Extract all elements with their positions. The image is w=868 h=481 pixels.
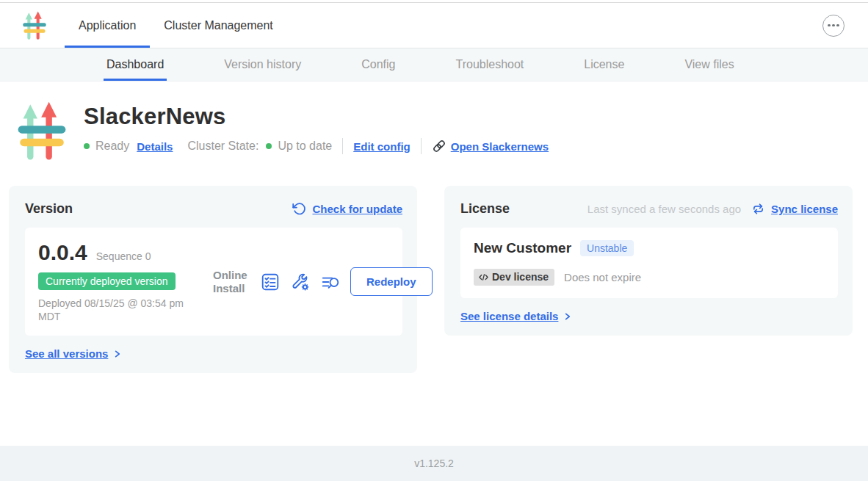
tab-application[interactable]: Application <box>65 3 150 48</box>
page-title: SlackerNews <box>84 104 549 130</box>
subnav-dashboard[interactable]: Dashboard <box>104 48 167 81</box>
subnav-config[interactable]: Config <box>358 48 398 81</box>
ready-status-label: Ready <box>95 140 129 153</box>
app-header-bar: Application Cluster Management <box>0 3 868 48</box>
cluster-state-label: Cluster State: <box>187 140 258 153</box>
edit-config-link[interactable]: Edit config <box>353 140 411 153</box>
config-icon-button[interactable] <box>290 272 310 292</box>
slackernews-app-logo <box>16 101 68 162</box>
last-synced-label: Last synced a few seconds ago <box>587 203 741 215</box>
install-type-label: Online Install <box>213 269 250 295</box>
console-version-label: v1.125.2 <box>414 458 454 469</box>
version-card: Version Check for update 0.0.4 Sequence … <box>9 186 417 373</box>
open-app-link[interactable]: Open Slackernews <box>432 139 549 153</box>
sync-arrows-icon <box>751 202 765 216</box>
console-footer: v1.125.2 <box>0 446 868 481</box>
tab-cluster-management[interactable]: Cluster Management <box>150 3 287 48</box>
version-card-title: Version <box>25 201 73 217</box>
redeploy-button[interactable]: Redeploy <box>350 267 433 296</box>
overflow-menu-button[interactable] <box>822 15 845 37</box>
deployed-status-badge: Currently deployed version <box>38 272 176 290</box>
preflight-checklist-icon <box>261 272 280 292</box>
divider <box>421 138 422 154</box>
chevron-right-icon <box>563 312 571 321</box>
cluster-state-dot <box>266 143 272 149</box>
expiry-label: Does not expire <box>564 271 641 283</box>
see-license-details-link[interactable]: See license details <box>460 310 838 322</box>
sequence-label: Sequence 0 <box>96 250 151 262</box>
ready-status-dot <box>84 143 90 149</box>
sync-license-link[interactable]: Sync license <box>751 202 838 216</box>
refresh-ccw-icon <box>292 202 306 216</box>
channel-badge: Unstable <box>580 240 634 256</box>
subnav-view-files[interactable]: View files <box>681 48 737 81</box>
subnav-version-history[interactable]: Version history <box>221 48 304 81</box>
tab-application-label: Application <box>79 19 136 32</box>
details-link[interactable]: Details <box>137 140 173 153</box>
version-number: 0.0.4 <box>38 240 87 265</box>
current-version-panel: 0.0.4 Sequence 0 Currently deployed vers… <box>25 228 402 336</box>
see-all-versions-link[interactable]: See all versions <box>25 347 402 360</box>
app-hero: SlackerNews Ready Details Cluster State:… <box>16 101 868 162</box>
license-card-title: License <box>460 201 510 217</box>
license-panel: New Customer Unstable Dev license Does n… <box>460 228 838 298</box>
license-type-badge: Dev license <box>474 269 554 286</box>
license-card: License Last synced a few seconds ago Sy… <box>444 186 853 336</box>
code-brackets-icon <box>478 272 489 282</box>
ellipsis-icon <box>828 24 831 27</box>
deployed-timestamp: Deployed 08/15/25 @ 03:54 pm MDT <box>38 297 200 323</box>
subnav-license[interactable]: License <box>581 48 627 81</box>
chain-link-icon <box>432 139 446 153</box>
preflight-checks-icon-button[interactable] <box>260 272 280 292</box>
slackernews-logo-icon[interactable] <box>22 10 47 41</box>
app-subnav: Dashboard Version history Config Trouble… <box>0 48 868 82</box>
primary-tabs: Application Cluster Management <box>65 3 287 48</box>
chevron-right-icon <box>113 350 121 358</box>
check-for-update[interactable]: Check for update <box>292 202 402 216</box>
wrench-gear-icon <box>291 272 310 292</box>
lines-magnifier-icon <box>321 272 340 292</box>
deploy-logs-icon-button[interactable] <box>320 272 340 292</box>
tab-cluster-management-label: Cluster Management <box>164 19 273 32</box>
divider <box>342 138 343 154</box>
cluster-state-value: Up to date <box>278 140 332 153</box>
subnav-troubleshoot[interactable]: Troubleshoot <box>452 48 527 81</box>
customer-name: New Customer <box>474 240 571 256</box>
app-status-row: Ready Details Cluster State: Up to date … <box>84 138 549 154</box>
